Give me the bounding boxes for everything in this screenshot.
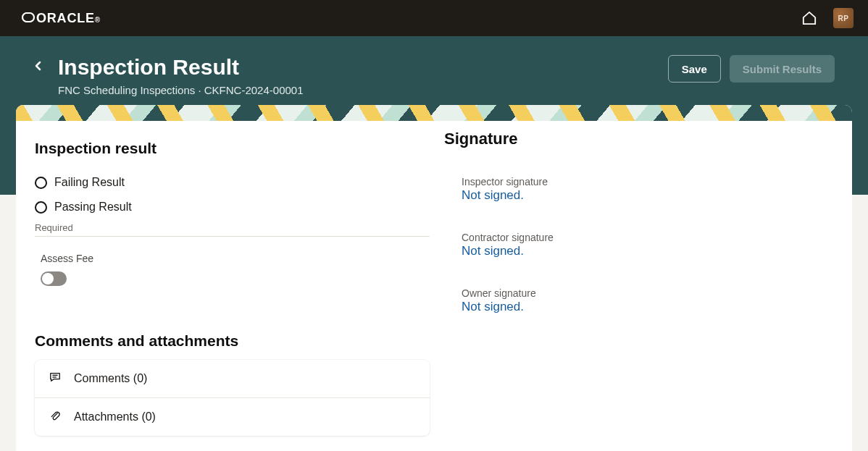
home-icon[interactable]	[801, 11, 817, 25]
page-title: Inspection Result	[58, 55, 304, 80]
content-card: Inspection result Failing Result Passing…	[16, 105, 852, 451]
divider	[35, 236, 430, 237]
attachments-row[interactable]: Attachments (0)	[35, 397, 430, 436]
attachments-label: Attachments (0)	[74, 410, 156, 423]
submit-results-button: Submit Results	[730, 55, 835, 83]
comments-attachments-heading: Comments and attachments	[35, 332, 430, 350]
assess-fee-toggle[interactable]	[41, 271, 67, 286]
inspector-signature-block: Inspector signature Not signed.	[462, 176, 833, 203]
radio-label: Failing Result	[54, 176, 125, 189]
comments-label: Comments (0)	[74, 372, 147, 385]
radio-passing-result[interactable]: Passing Result	[35, 201, 430, 214]
required-hint: Required	[35, 222, 430, 233]
svg-rect-0	[22, 13, 34, 22]
back-icon[interactable]	[33, 61, 43, 74]
owner-signature-link[interactable]: Not signed.	[462, 300, 833, 314]
avatar-initials: RP	[838, 14, 849, 22]
decorative-strip	[16, 105, 852, 121]
radio-failing-result[interactable]: Failing Result	[35, 176, 430, 189]
comments-attachments-list: Comments (0) Attachments (0)	[35, 360, 430, 436]
comment-icon	[49, 371, 61, 386]
assess-fee-label: Assess Fee	[41, 253, 430, 264]
signature-label: Owner signature	[462, 287, 833, 299]
radio-label: Passing Result	[54, 201, 132, 214]
owner-signature-block: Owner signature Not signed.	[462, 287, 833, 314]
signature-label: Contractor signature	[462, 232, 833, 243]
avatar[interactable]: RP	[833, 8, 854, 28]
signature-label: Inspector signature	[462, 176, 833, 187]
comments-row[interactable]: Comments (0)	[35, 360, 430, 397]
radio-icon	[35, 177, 47, 189]
breadcrumb: FNC Scheduling Inspections · CKFNC-2024-…	[58, 84, 304, 96]
inspector-signature-link[interactable]: Not signed.	[462, 188, 833, 203]
contractor-signature-link[interactable]: Not signed.	[462, 244, 833, 258]
result-radio-group: Failing Result Passing Result	[35, 176, 430, 214]
logo-text: ORACLE	[36, 11, 95, 26]
toggle-knob	[42, 273, 54, 284]
topbar: ORACLE® RP	[0, 0, 868, 36]
save-button[interactable]: Save	[668, 55, 721, 83]
oracle-logo: ORACLE®	[22, 11, 101, 26]
attachment-icon	[49, 410, 61, 424]
inspection-result-heading: Inspection result	[35, 140, 430, 157]
radio-icon	[35, 201, 47, 214]
signature-heading: Signature	[444, 130, 833, 148]
contractor-signature-block: Contractor signature Not signed.	[462, 232, 833, 258]
